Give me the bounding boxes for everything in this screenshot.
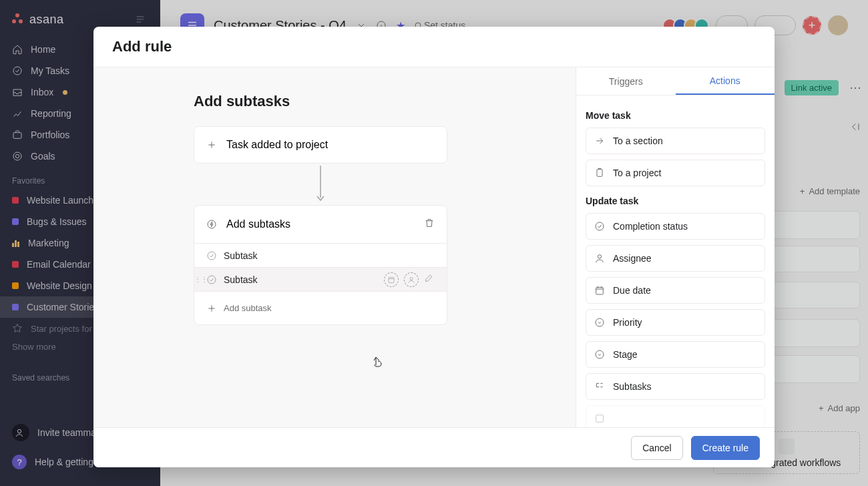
clipboard-icon — [594, 168, 605, 178]
section-update-task: Update task — [586, 196, 765, 206]
action-label: To a project — [613, 168, 661, 178]
check-circle-icon[interactable] — [206, 274, 217, 285]
svg-point-16 — [596, 222, 604, 230]
canvas-title: Add subtasks — [194, 93, 535, 110]
action-label: Stage — [613, 349, 638, 360]
svg-point-11 — [208, 252, 216, 260]
check-circle-icon[interactable] — [206, 250, 217, 261]
tab-triggers[interactable]: Triggers — [576, 67, 676, 95]
action-to-project[interactable]: To a project — [586, 160, 765, 186]
svg-point-19 — [596, 318, 604, 326]
action-label: Assignee — [613, 253, 652, 264]
calendar-icon — [594, 285, 605, 296]
add-subtask-label: Add subtask — [224, 303, 272, 313]
arrow-right-icon — [594, 136, 605, 146]
subtask-label: Subtask — [224, 250, 258, 261]
svg-point-17 — [598, 255, 601, 258]
action-stage[interactable]: Stage — [586, 341, 765, 368]
svg-point-12 — [208, 276, 216, 284]
trigger-card[interactable]: Task added to project — [194, 126, 447, 164]
trigger-label: Task added to project — [226, 139, 328, 151]
svg-rect-13 — [389, 277, 394, 282]
assignee-icon[interactable] — [404, 272, 419, 287]
cancel-button[interactable]: Cancel — [631, 436, 683, 460]
action-label: Completion status — [613, 221, 688, 232]
delete-action-button[interactable] — [424, 218, 435, 231]
svg-rect-21 — [596, 415, 604, 423]
tab-actions-label: Actions — [710, 75, 740, 86]
modal-footer: Cancel Create rule — [93, 427, 775, 467]
plus-icon — [206, 303, 217, 314]
svg-point-10 — [208, 220, 216, 228]
lightning-icon — [206, 219, 217, 230]
plus-icon — [206, 140, 217, 150]
subtasks-icon — [594, 381, 605, 392]
drag-handle-icon[interactable]: ⋮⋮ — [194, 276, 208, 283]
action-subtasks[interactable]: Subtasks — [586, 373, 765, 400]
chevron-circle-icon — [594, 349, 605, 360]
action-cutoff[interactable] — [586, 405, 765, 427]
rule-canvas: Add subtasks Task added to project Add s… — [93, 67, 576, 427]
subtask-row[interactable]: ⋮⋮ Subtask — [194, 267, 447, 291]
action-card: Add subtasks Subtask ⋮⋮ Subtask — [194, 205, 447, 325]
action-label — [613, 413, 616, 424]
action-to-section[interactable]: To a section — [586, 128, 765, 154]
action-completion-status[interactable]: Completion status — [586, 213, 765, 240]
check-circle-icon — [594, 221, 605, 232]
edit-icon[interactable] — [424, 272, 435, 287]
action-label: Due date — [613, 285, 651, 296]
action-label: To a section — [613, 136, 663, 146]
subtask-label: Subtask — [224, 274, 258, 285]
create-rule-button[interactable]: Create rule — [691, 436, 760, 460]
action-due-date[interactable]: Due date — [586, 277, 765, 304]
svg-rect-18 — [596, 287, 604, 294]
cancel-label: Cancel — [642, 443, 672, 453]
action-assignee[interactable]: Assignee — [586, 245, 765, 272]
flow-arrow — [194, 164, 447, 205]
add-subtask-button[interactable]: Add subtask — [194, 291, 447, 324]
person-icon — [594, 253, 605, 264]
action-priority[interactable]: Priority — [586, 309, 765, 336]
action-label: Priority — [613, 317, 642, 328]
tab-triggers-label: Triggers — [609, 76, 643, 87]
close-icon[interactable] — [744, 39, 756, 55]
placeholder-icon — [594, 413, 605, 424]
cursor-pointer-icon — [373, 356, 383, 370]
svg-rect-15 — [597, 170, 602, 177]
subtask-row[interactable]: Subtask — [194, 243, 447, 267]
modal-title: Add rule — [112, 38, 172, 55]
action-header-label: Add subtasks — [226, 218, 290, 230]
svg-point-14 — [410, 277, 413, 280]
tab-actions[interactable]: Actions — [676, 67, 775, 95]
svg-point-20 — [596, 350, 604, 358]
section-move-task: Move task — [586, 110, 765, 121]
create-label: Create rule — [702, 443, 748, 453]
due-date-icon[interactable] — [384, 272, 399, 287]
actions-panel: Triggers Actions Move task To a section … — [576, 67, 775, 427]
chevron-circle-icon — [594, 317, 605, 328]
add-rule-modal: Add rule Add subtasks Task added to proj… — [93, 27, 775, 467]
action-label: Subtasks — [613, 381, 652, 392]
